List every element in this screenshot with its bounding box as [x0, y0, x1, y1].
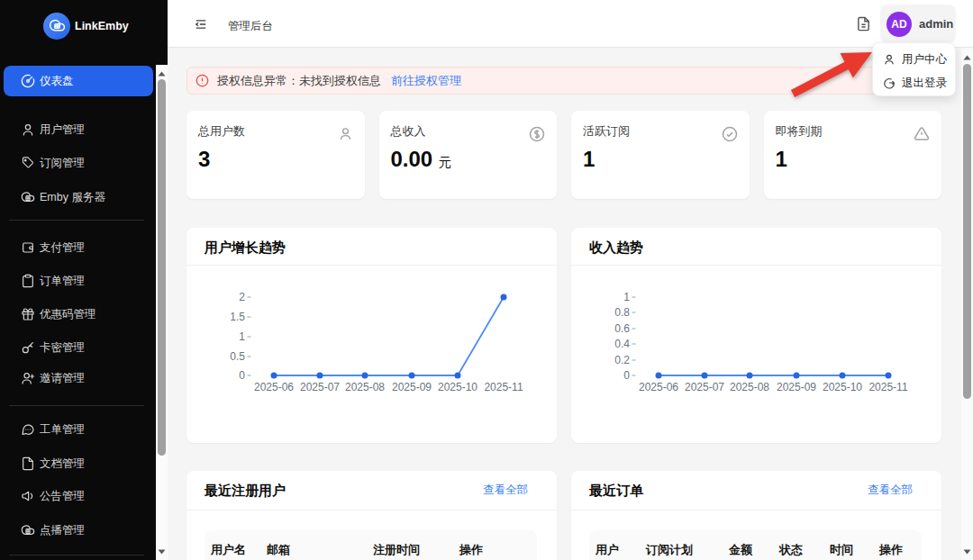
svg-text:2025-07: 2025-07 — [685, 381, 724, 393]
svg-text:0: 0 — [623, 369, 630, 382]
svg-text:0.5: 0.5 — [230, 350, 245, 363]
svg-text:2025-09: 2025-09 — [392, 381, 432, 393]
svg-text:2025-08: 2025-08 — [345, 381, 385, 393]
svg-text:0.4: 0.4 — [614, 338, 630, 350]
svg-text:2025-06: 2025-06 — [254, 381, 294, 393]
svg-text:0: 0 — [239, 369, 245, 382]
svg-text:2025-09: 2025-09 — [777, 381, 816, 393]
svg-text:2025-10: 2025-10 — [438, 381, 477, 393]
svg-text:2025-10: 2025-10 — [823, 381, 862, 393]
svg-text:2025-11: 2025-11 — [868, 381, 907, 393]
svg-text:2: 2 — [239, 291, 245, 303]
svg-text:0.2: 0.2 — [614, 354, 630, 366]
svg-text:2025-06: 2025-06 — [639, 381, 678, 393]
svg-text:1: 1 — [623, 291, 630, 303]
svg-text:2025-08: 2025-08 — [730, 381, 769, 393]
svg-text:0.6: 0.6 — [614, 322, 630, 335]
svg-text:0.8: 0.8 — [614, 306, 630, 319]
svg-text:2025-11: 2025-11 — [484, 381, 523, 393]
svg-text:2025-07: 2025-07 — [300, 381, 340, 393]
svg-text:1: 1 — [239, 330, 245, 343]
svg-text:1.5: 1.5 — [230, 311, 245, 323]
